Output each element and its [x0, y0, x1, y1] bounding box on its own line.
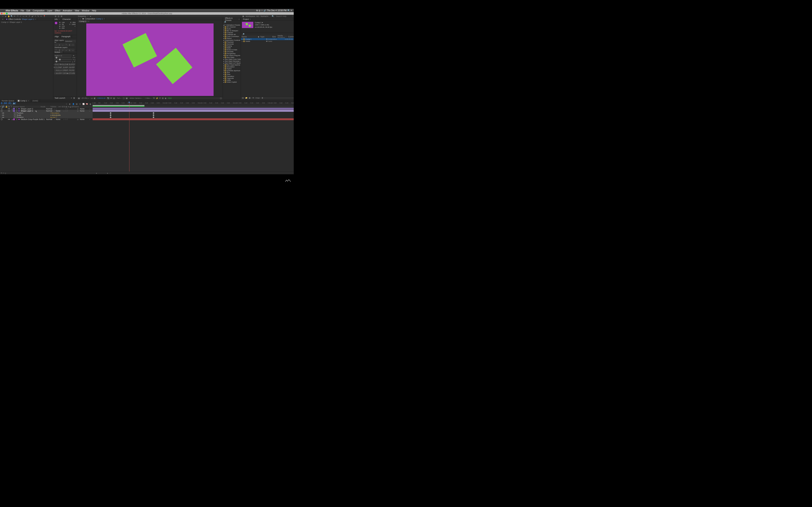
- clone-stamp-tool-icon[interactable]: ⌖: [34, 15, 37, 18]
- property-value[interactable]: ∞ 83.8,83.8%: [38, 114, 60, 116]
- always-preview-icon[interactable]: ▦: [78, 97, 80, 99]
- draft-3d-icon[interactable]: ◐: [69, 103, 71, 105]
- zoom-out-icon[interactable]: ▲: [96, 172, 97, 174]
- viewer-timecode[interactable]: 0:00:01:02: [97, 97, 106, 99]
- layer-switches[interactable]: ⊹/: [64, 118, 77, 120]
- keyframe-icon[interactable]: [110, 116, 111, 118]
- puppet-tool-icon[interactable]: 📍: [43, 15, 46, 18]
- auto-keyframe-icon[interactable]: ◆: [89, 103, 92, 105]
- fast-previews-icon[interactable]: ⚡: [156, 97, 158, 99]
- task-launch-dropdown[interactable]: Task Launch: [55, 97, 65, 99]
- motion-orbit-button[interactable]: ◎ORBIT: [61, 69, 68, 72]
- pen-tool-icon[interactable]: ✒: [25, 15, 28, 18]
- mask-toggle-icon[interactable]: ◧: [94, 97, 96, 99]
- fx-category[interactable]: ▶* Animation Presets: [223, 24, 241, 26]
- motion-rope-button[interactable]: ~ROPE: [68, 69, 74, 72]
- motion-preset-dropdown[interactable]: Motion v2: [55, 55, 71, 57]
- trash-icon[interactable]: 🗑: [72, 97, 75, 100]
- fx-category[interactable]: ▶Utility: [223, 79, 241, 81]
- snapshot-icon[interactable]: 📷: [107, 97, 109, 99]
- property-value[interactable]: 778.0,484.0: [38, 112, 59, 114]
- fx-category[interactable]: ▶Keying: [223, 45, 241, 47]
- pan-behind-tool-icon[interactable]: ⤢: [19, 15, 22, 18]
- interpret-footage-icon[interactable]: ▤: [242, 97, 244, 99]
- keyframe-icon[interactable]: [110, 114, 111, 116]
- cti-head-icon[interactable]: [129, 102, 130, 104]
- exposure-reset-icon[interactable]: ◐: [165, 97, 167, 99]
- motion-burst-button[interactable]: ✶BURST: [68, 63, 74, 66]
- align-left-icon[interactable]: ⫠: [55, 44, 57, 46]
- info-tab[interactable]: Info×: [53, 18, 61, 20]
- blend-mode-dropdown[interactable]: Normal: [46, 118, 55, 120]
- menu-help[interactable]: Help: [91, 9, 98, 12]
- notifications-icon[interactable]: ≡: [291, 9, 292, 12]
- color-label-header[interactable]: ◆: [8, 106, 10, 108]
- fx-category[interactable]: ▶Distort: [223, 38, 241, 39]
- home-icon[interactable]: ⌂: [1, 15, 4, 18]
- menu-effect[interactable]: Effect: [53, 9, 61, 12]
- viewer-maximize-icon[interactable]: ▢: [220, 97, 222, 99]
- current-timecode[interactable]: 0:00:01:02: [0, 102, 12, 105]
- fx-category[interactable]: ▶Simulation: [223, 66, 241, 68]
- toggle-in-out-icon[interactable]: {}: [5, 172, 6, 174]
- bpc-button[interactable]: 8 bpc: [255, 97, 260, 99]
- close-icon[interactable]: ×: [104, 18, 105, 20]
- close-icon[interactable]: ×: [88, 20, 90, 22]
- trash-icon[interactable]: 🗑: [261, 97, 264, 99]
- track-matte-dropdown[interactable]: None: [56, 110, 64, 112]
- fx-category[interactable]: ▶Red Giant MisFire: [223, 64, 241, 66]
- layer-color-swatch[interactable]: [13, 118, 15, 120]
- toggle-modes-icon[interactable]: ⧈: [3, 172, 4, 174]
- new-folder-icon[interactable]: 📁: [245, 97, 248, 99]
- motion-slider-3[interactable]: [55, 61, 71, 62]
- keyframe-icon[interactable]: [153, 112, 154, 114]
- align-top-icon[interactable]: ⊤: [65, 44, 68, 46]
- video-switch-icon[interactable]: [1, 108, 3, 110]
- eraser-tool-icon[interactable]: ✎: [37, 15, 40, 18]
- fx-category[interactable]: ▶Frischluft: [223, 41, 241, 43]
- exposure-value[interactable]: +0.0: [168, 97, 171, 99]
- magnification-dropdown[interactable]: (57.8%): [81, 97, 90, 99]
- search-help-input[interactable]: [275, 15, 292, 17]
- fx-category[interactable]: ▶CINEMA 4D: [223, 34, 241, 36]
- col-comment[interactable]: Comme: [287, 36, 294, 38]
- layer-duration-bar[interactable]: [93, 110, 294, 112]
- blend-mode-dropdown[interactable]: Normal: [46, 110, 55, 112]
- flowchart-icon[interactable]: ⊞: [162, 97, 164, 99]
- fx-category[interactable]: ▶Audio: [223, 28, 241, 30]
- align-right-icon[interactable]: ⫠: [61, 44, 64, 46]
- motion-arrows-icon[interactable]: ⭲ ⭰: [72, 57, 75, 59]
- minimize-window-icon[interactable]: [3, 13, 5, 14]
- workspace-dropdown[interactable]: MJ - Normal ▾: [256, 15, 268, 17]
- keyframe-nav[interactable]: ◂◆▸: [8, 108, 12, 110]
- menu-file[interactable]: File: [19, 9, 25, 12]
- shape-layer-1[interactable]: [156, 48, 192, 84]
- camera-tool-icon[interactable]: ⦾: [16, 15, 19, 18]
- layer-color-swatch[interactable]: [13, 110, 15, 112]
- timeline-toggle-icon[interactable]: ⏱: [159, 97, 161, 99]
- motion-excite-button[interactable]: +EXCITE: [55, 63, 61, 66]
- fx-category[interactable]: ▶Red Giant Color Suite: [223, 58, 241, 60]
- motion-clone-button[interactable]: ⧉CLONE: [55, 66, 61, 69]
- motion-warp2-button[interactable]: ⤳WARP: [55, 72, 61, 74]
- fx-category[interactable]: ▶Transition: [223, 75, 241, 77]
- active-camera-dropdown[interactable]: Active Camera: [129, 97, 143, 99]
- rotation-tool-icon[interactable]: ⟳: [13, 15, 16, 18]
- close-icon[interactable]: ×: [35, 18, 36, 20]
- audio-switch-header-icon[interactable]: 🔊: [2, 106, 4, 108]
- fx-category[interactable]: ▶Time: [223, 73, 241, 75]
- zoom-in-icon[interactable]: ▲: [107, 172, 108, 174]
- fx-category[interactable]: ▶RE:Vision Plug-ins: [223, 55, 241, 56]
- fx-category[interactable]: ▶3D Channel: [223, 26, 241, 28]
- align-tab[interactable]: Align: [53, 35, 60, 38]
- video-switch-icon[interactable]: [1, 110, 3, 112]
- type-tool-icon[interactable]: T: [28, 15, 31, 18]
- graph-editor-icon[interactable]: 📈: [82, 103, 85, 105]
- parent-dropdown[interactable]: None: [80, 108, 90, 110]
- resolution-dropdown[interactable]: Full: [116, 97, 122, 99]
- motion-arrows-icon[interactable]: ⭳ ⭱: [72, 61, 75, 62]
- time-ruler[interactable]: :00f5f10f15f20f25f01:00f05f10f15f20f25f0…: [93, 102, 294, 105]
- video-switch-header-icon[interactable]: 👁: [0, 106, 2, 108]
- parent-dropdown[interactable]: None: [80, 110, 90, 112]
- current-time-indicator[interactable]: [129, 102, 130, 172]
